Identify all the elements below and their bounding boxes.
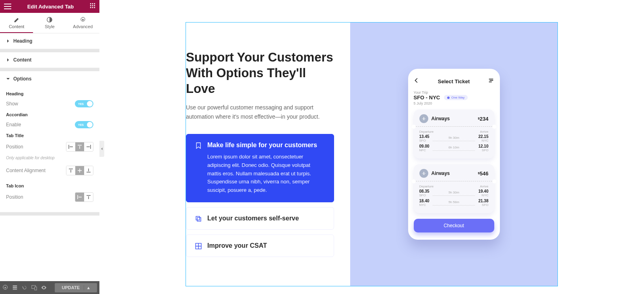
responsive-icon[interactable]	[31, 285, 37, 290]
align-middle[interactable]	[75, 166, 84, 175]
align-top[interactable]	[66, 166, 75, 175]
widget-left-column: Support Your Customers With Options They…	[186, 23, 350, 286]
ticket-card-2: Airways $546 DepartureArrive 08.35SFO 5h…	[414, 164, 494, 213]
svg-rect-1	[92, 3, 93, 4]
tab-advanced[interactable]: Advanced	[66, 13, 99, 33]
back-icon	[414, 78, 419, 85]
pos-left[interactable]	[66, 142, 75, 151]
opt-subhead-tab-icon: Tab Icon	[6, 183, 93, 188]
opt-content-align-label: Content Alignment	[6, 168, 45, 173]
widget-subtext: Use our powerful customer messaging and …	[186, 103, 334, 121]
update-caret-icon[interactable]: ▴	[84, 285, 90, 290]
pos-right[interactable]	[84, 142, 93, 151]
opt-subhead-accordion: Accordian	[6, 112, 93, 117]
svg-rect-6	[90, 7, 91, 8]
content-align-group	[66, 166, 93, 175]
opt-note: Only applicable for desktop	[6, 156, 93, 160]
accordion-title: Improve your CSAT	[207, 242, 267, 249]
align-bottom[interactable]	[84, 166, 93, 175]
svg-rect-0	[90, 3, 91, 4]
navigator-icon[interactable]	[12, 285, 18, 290]
filter-icon	[488, 78, 494, 85]
ticket-card-1: Airways $234 DepartureArrive 13.45SFO 5h…	[414, 109, 494, 158]
accordion-item-3[interactable]: Improve your CSAT	[186, 234, 334, 257]
section-heading[interactable]: Heading	[0, 33, 99, 49]
hamburger-icon[interactable]	[4, 4, 11, 9]
svg-rect-7	[92, 7, 93, 8]
accordion-item-1[interactable]: Make life simple for your customers Lore…	[186, 134, 334, 202]
svg-rect-13	[13, 287, 17, 288]
svg-point-10	[82, 19, 84, 21]
sidebar-header: Edit Advanced Tab	[0, 0, 99, 13]
widget-heading: Support Your Customers With Options They…	[186, 50, 334, 97]
icon-position-group	[75, 192, 93, 202]
phone-mockup: Select Ticket Your Trip SFO - NYC One Wa…	[408, 69, 500, 240]
apps-icon[interactable]	[90, 3, 95, 10]
accordion-item-2[interactable]: Let your customers self-serve	[186, 207, 334, 230]
svg-rect-5	[94, 5, 95, 6]
editor-canvas: Support Your Customers With Options They…	[99, 0, 644, 294]
section-content[interactable]: Content	[0, 52, 99, 68]
svg-rect-3	[90, 5, 91, 6]
opt-show-label: Show	[6, 101, 18, 107]
accordion-title: Let your customers self-serve	[207, 215, 299, 222]
position-group	[66, 142, 93, 152]
history-icon[interactable]	[22, 285, 27, 290]
section-options[interactable]: Options Heading Show YES Accordian Enabl…	[0, 71, 99, 212]
toggle-enable[interactable]: YES	[75, 121, 93, 128]
opt-icon-position-label: Position	[6, 194, 23, 200]
airplane-icon	[419, 169, 428, 178]
opt-position-label: Position	[6, 144, 23, 150]
opt-subhead-tab-title: Tab Title	[6, 133, 93, 138]
phone-title: Select Ticket	[438, 78, 470, 84]
svg-rect-17	[196, 216, 200, 220]
accordion-title: Make life simple for your customers	[207, 142, 325, 149]
iconpos-top[interactable]	[84, 193, 93, 201]
svg-point-11	[4, 287, 6, 288]
svg-rect-4	[92, 5, 93, 6]
pos-top[interactable]	[75, 142, 84, 151]
sidebar-title: Edit Advanced Tab	[11, 4, 90, 10]
svg-rect-2	[94, 3, 95, 4]
svg-rect-12	[13, 286, 17, 287]
update-button[interactable]: UPDATE ▴	[55, 283, 97, 292]
opt-subhead-heading: Heading	[6, 91, 93, 96]
preview-icon[interactable]	[41, 285, 47, 290]
tab-style[interactable]: Style	[33, 13, 66, 33]
airplane-icon	[419, 114, 428, 123]
svg-rect-16	[35, 287, 37, 290]
copy-icon	[195, 216, 202, 222]
opt-enable-label: Enable	[6, 122, 21, 127]
iconpos-left[interactable]	[75, 193, 84, 201]
editor-tabs: Content Style Advanced	[0, 13, 99, 33]
selected-widget[interactable]: Support Your Customers With Options They…	[186, 22, 558, 286]
svg-rect-18	[197, 218, 201, 221]
collapse-sidebar[interactable]	[99, 141, 104, 157]
editor-sidebar: Edit Advanced Tab Content Style Advanced…	[0, 0, 99, 294]
checkout-button: Checkout	[414, 219, 494, 232]
trip-info: Your Trip SFO - NYC One Way 5 July 2020	[414, 90, 494, 105]
bookmark-icon	[195, 142, 202, 149]
sidebar-footer: UPDATE ▴	[0, 281, 99, 294]
settings-icon[interactable]	[2, 285, 8, 290]
accordion-body: Lorem ipsum dolor sit amet, consectetuer…	[207, 153, 325, 195]
toggle-show[interactable]: YES	[75, 100, 93, 107]
tab-content[interactable]: Content	[0, 13, 33, 33]
grid-icon	[195, 243, 202, 249]
svg-rect-14	[13, 289, 17, 290]
widget-right-column: Select Ticket Your Trip SFO - NYC One Wa…	[350, 23, 557, 286]
svg-rect-8	[94, 7, 95, 8]
